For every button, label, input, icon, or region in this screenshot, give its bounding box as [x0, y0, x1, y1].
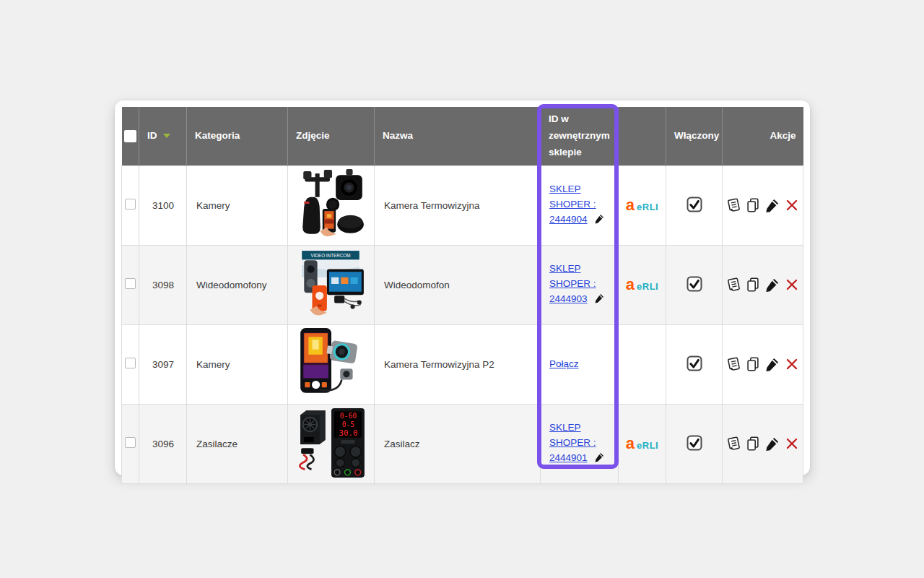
row-marketplaces-cell	[619, 324, 666, 404]
header-marketplaces	[619, 107, 666, 165]
edit-pencil-icon[interactable]	[764, 436, 780, 452]
copy-icon[interactable]	[745, 277, 761, 293]
header-zdjecie: Zdjęcie	[288, 107, 375, 165]
log-icon[interactable]	[725, 356, 741, 372]
row-external-id-cell: SKLEP SHOPER : 2444901	[541, 404, 619, 483]
enabled-checkbox[interactable]	[686, 434, 703, 452]
products-table: ID Kategoria Zdjęcie Nazwa ID w zewnętrz…	[121, 107, 803, 484]
row-image-cell: 0-60 0-5 30.0	[288, 404, 375, 483]
row-category: Kamery	[187, 165, 288, 245]
product-image	[295, 168, 368, 241]
row-id: 3098	[139, 245, 187, 324]
row-select-cell	[122, 165, 139, 245]
row-id: 3096	[139, 404, 187, 483]
enabled-checkbox[interactable]	[686, 275, 703, 293]
connect-link[interactable]: Połącz	[549, 358, 579, 369]
erli-logo: eRLI	[637, 282, 658, 293]
delete-x-icon[interactable]	[784, 356, 800, 372]
row-enabled-cell	[666, 245, 723, 324]
row-image-cell: VIDEO INTERCOM	[288, 245, 375, 324]
row-checkbox[interactable]	[125, 199, 136, 210]
row-id: 3097	[139, 324, 187, 404]
edit-external-id-icon[interactable]	[594, 293, 605, 309]
log-icon[interactable]	[725, 197, 741, 213]
copy-icon[interactable]	[745, 436, 761, 452]
allegro-logo: a	[626, 277, 635, 293]
products-table-card: ID Kategoria Zdjęcie Nazwa ID w zewnętrz…	[115, 100, 810, 475]
row-external-id-cell: SKLEP SHOPER : 2444903	[541, 245, 619, 324]
header-kategoria: Kategoria	[187, 107, 288, 165]
copy-icon[interactable]	[745, 197, 761, 213]
row-marketplaces-cell: a eRLI	[619, 245, 666, 324]
psu-display-line-3: 30.0	[339, 428, 357, 438]
row-select-cell	[122, 245, 139, 324]
select-all-cell	[122, 107, 139, 165]
row-enabled-cell	[666, 324, 723, 404]
table-row: 3096 Zasilacze	[122, 404, 803, 483]
enabled-checkbox[interactable]	[686, 355, 703, 372]
edit-external-id-icon[interactable]	[594, 213, 605, 229]
product-image: VIDEO INTERCOM	[295, 247, 368, 321]
row-actions-cell	[723, 165, 803, 245]
header-id[interactable]: ID	[139, 107, 187, 165]
row-id: 3100	[139, 165, 187, 245]
erli-logo: eRLI	[637, 202, 658, 213]
allegro-logo: a	[626, 197, 635, 213]
row-checkbox[interactable]	[125, 437, 136, 448]
table-row: 3098 Wideodomofony VIDEO INTERCOM	[122, 245, 803, 324]
row-marketplaces-cell: a eRLI	[619, 165, 666, 245]
row-checkbox[interactable]	[125, 358, 136, 368]
delete-x-icon[interactable]	[784, 436, 800, 452]
product-image-text: VIDEO INTERCOM	[310, 253, 350, 258]
table-row: 3097 Kamery	[122, 324, 803, 404]
delete-x-icon[interactable]	[784, 277, 800, 293]
table-header-row: ID Kategoria Zdjęcie Nazwa ID w zewnętrz…	[122, 107, 803, 165]
header-id-label: ID	[147, 128, 157, 144]
log-icon[interactable]	[725, 436, 741, 452]
row-checkbox[interactable]	[125, 278, 136, 289]
edit-pencil-icon[interactable]	[764, 197, 780, 213]
delete-x-icon[interactable]	[784, 197, 800, 213]
edit-pencil-icon[interactable]	[764, 356, 780, 372]
row-category: Wideodomofony	[187, 245, 288, 324]
row-enabled-cell	[666, 165, 723, 245]
psu-display-line-2: 0-5	[341, 420, 354, 428]
row-select-cell	[122, 324, 139, 404]
row-category: Kamery	[187, 324, 288, 404]
psu-display-line-1: 0-60	[339, 412, 356, 420]
row-name: Zasilacz	[375, 404, 541, 483]
row-image-cell	[288, 165, 375, 245]
row-category: Zasilacze	[187, 404, 288, 483]
row-external-id-cell: Połącz	[541, 324, 619, 404]
enabled-checkbox[interactable]	[686, 196, 703, 213]
product-image	[295, 327, 368, 400]
product-image: 0-60 0-5 30.0	[295, 406, 368, 480]
row-name: Kamera Termowizyjna P2	[375, 324, 541, 404]
row-marketplaces-cell: a eRLI	[619, 404, 666, 483]
sort-desc-arrow-icon[interactable]	[163, 134, 170, 138]
log-icon[interactable]	[725, 277, 741, 293]
select-all-checkbox[interactable]	[124, 130, 136, 142]
external-shop-link[interactable]: SKLEP SHOPER : 2444903	[549, 263, 596, 304]
allegro-logo: a	[626, 436, 635, 452]
header-wlaczony: Włączony	[666, 107, 723, 165]
row-actions-cell	[723, 245, 803, 324]
row-select-cell	[122, 404, 139, 483]
header-akcje: Akcje	[723, 107, 803, 165]
external-shop-link[interactable]: SKLEP SHOPER : 2444904	[549, 184, 596, 225]
row-name: Kamera Termowizyjna	[375, 165, 541, 245]
table-row: 3100 Kamery	[122, 165, 803, 245]
row-actions-cell	[723, 324, 803, 404]
external-shop-link[interactable]: SKLEP SHOPER : 2444901	[549, 422, 596, 463]
row-enabled-cell	[666, 404, 723, 483]
copy-icon[interactable]	[745, 356, 761, 372]
row-external-id-cell: SKLEP SHOPER : 2444904	[541, 165, 619, 245]
edit-pencil-icon[interactable]	[764, 277, 780, 293]
header-external-id: ID w zewnętrznym sklepie	[541, 107, 619, 165]
erli-logo: eRLI	[637, 441, 658, 452]
row-image-cell	[288, 324, 375, 404]
header-nazwa: Nazwa	[375, 107, 541, 165]
row-name: Wideodomofon	[375, 245, 541, 324]
edit-external-id-icon[interactable]	[594, 452, 605, 467]
row-actions-cell	[723, 404, 803, 483]
